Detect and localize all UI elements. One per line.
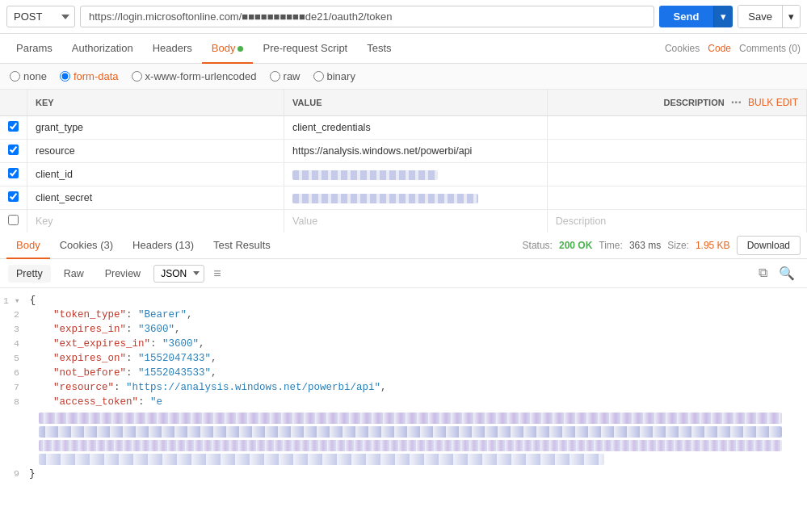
tab-body[interactable]: Body bbox=[202, 34, 254, 64]
resp-tab-preview[interactable]: Preview bbox=[97, 265, 149, 283]
bottom-tab-cookies[interactable]: Cookies (3) bbox=[50, 232, 123, 259]
row-checkbox[interactable] bbox=[0, 140, 27, 163]
search-icon[interactable]: 🔍 bbox=[775, 264, 799, 283]
bulk-edit-button[interactable]: Bulk Edit bbox=[748, 97, 798, 108]
bottom-tabs: Body Cookies (3) Headers (13) Test Resul… bbox=[0, 232, 807, 259]
body-type-form-data[interactable]: form-data bbox=[60, 70, 119, 82]
th-description: DESCRIPTION ··· Bulk Edit bbox=[547, 90, 806, 116]
body-type-urlencoded[interactable]: x-www-form-urlencoded bbox=[132, 70, 257, 82]
row-key-placeholder[interactable]: Key bbox=[27, 210, 284, 233]
size-value: 1.95 KB bbox=[696, 240, 730, 251]
url-input[interactable] bbox=[80, 6, 654, 27]
body-type-binary[interactable]: binary bbox=[313, 70, 355, 82]
row-value[interactable] bbox=[284, 163, 548, 186]
top-bar: POST GET PUT DELETE Send ▾ Save ▾ bbox=[0, 0, 807, 34]
bottom-tab-headers[interactable]: Headers (13) bbox=[123, 232, 204, 259]
time-value: 363 ms bbox=[629, 240, 661, 251]
row-key[interactable]: resource bbox=[27, 140, 284, 163]
bottom-tab-body[interactable]: Body bbox=[6, 232, 50, 259]
redacted-value bbox=[292, 170, 438, 180]
row-value[interactable]: client_credentials bbox=[284, 116, 548, 140]
table-row: resource https://analysis.windows.net/po… bbox=[0, 140, 807, 163]
send-btn-group: Send ▾ bbox=[659, 6, 733, 27]
body-type-none[interactable]: none bbox=[10, 70, 47, 82]
table-row: client_id bbox=[0, 163, 807, 186]
table-row: client_secret bbox=[0, 186, 807, 210]
code-line-7: 7 "resource": "https://analysis.windows.… bbox=[0, 382, 807, 396]
tab-params[interactable]: Params bbox=[6, 34, 62, 64]
th-key: KEY bbox=[27, 90, 284, 116]
row-key[interactable]: grant_type bbox=[27, 116, 284, 140]
row-checkbox[interactable] bbox=[0, 163, 27, 186]
body-dot-indicator bbox=[237, 46, 243, 52]
row-desc-placeholder[interactable]: Description bbox=[547, 210, 806, 233]
row-desc[interactable] bbox=[547, 116, 806, 140]
code-line-5: 5 "expires_on": "1552047433", bbox=[0, 353, 807, 367]
body-type-row: none form-data x-www-form-urlencoded raw… bbox=[0, 64, 807, 90]
redacted-token-block bbox=[39, 413, 807, 465]
row-desc[interactable] bbox=[547, 163, 806, 186]
bottom-tab-test-results[interactable]: Test Results bbox=[204, 232, 280, 259]
method-select[interactable]: POST GET PUT DELETE bbox=[6, 6, 75, 27]
status-area: Status: 200 OK Time: 363 ms Size: 1.95 K… bbox=[523, 236, 801, 255]
nav-right-links: Cookies Code Comments (0) bbox=[665, 43, 801, 54]
save-dropdown-button[interactable]: ▾ bbox=[782, 6, 800, 27]
code-line-8: 8 "access_token": "e bbox=[0, 396, 807, 411]
code-link[interactable]: Code bbox=[708, 43, 731, 54]
send-dropdown-button[interactable]: ▾ bbox=[713, 6, 733, 27]
response-toolbar: Pretty Raw Preview JSON XML HTML Text ≡ … bbox=[0, 259, 807, 288]
row-checkbox[interactable] bbox=[0, 116, 27, 140]
th-value: VALUE bbox=[284, 90, 548, 116]
code-line-9: 9 } bbox=[0, 468, 807, 483]
comments-link[interactable]: Comments (0) bbox=[739, 43, 801, 54]
code-line-3: 3 "expires_in": "3600", bbox=[0, 324, 807, 338]
code-line-1: 1 ▾ { bbox=[0, 295, 807, 309]
format-icon[interactable]: ≡ bbox=[209, 265, 225, 283]
table-row-empty: Key Value Description bbox=[0, 210, 807, 233]
code-line-6: 6 "not_before": "1552043533", bbox=[0, 367, 807, 382]
cookies-link[interactable]: Cookies bbox=[665, 43, 700, 54]
row-desc[interactable] bbox=[547, 140, 806, 163]
code-line-2: 2 "token_type": "Bearer", bbox=[0, 309, 807, 324]
row-checkbox[interactable] bbox=[0, 186, 27, 210]
row-key[interactable]: client_id bbox=[27, 163, 284, 186]
tab-headers[interactable]: Headers bbox=[143, 34, 202, 64]
resp-icons-right: ⧉ 🔍 bbox=[754, 264, 799, 283]
copy-icon[interactable]: ⧉ bbox=[754, 264, 771, 283]
save-button[interactable]: Save bbox=[738, 6, 782, 27]
params-table: KEY VALUE DESCRIPTION ··· Bulk Edit gran… bbox=[0, 90, 807, 232]
row-desc[interactable] bbox=[547, 186, 806, 210]
status-value: 200 OK bbox=[559, 240, 592, 251]
tab-pre-request-script[interactable]: Pre-request Script bbox=[253, 34, 357, 64]
row-key[interactable]: client_secret bbox=[27, 186, 284, 210]
time-label: Time: bbox=[599, 240, 623, 251]
body-type-raw[interactable]: raw bbox=[270, 70, 301, 82]
th-checkbox bbox=[0, 90, 27, 116]
code-area: 1 ▾ { 2 "token_type": "Bearer", 3 "expir… bbox=[0, 288, 807, 489]
format-select[interactable]: JSON XML HTML Text bbox=[153, 265, 204, 283]
size-label: Size: bbox=[667, 240, 689, 251]
resp-tab-pretty[interactable]: Pretty bbox=[8, 265, 51, 283]
row-checkbox[interactable] bbox=[0, 210, 27, 233]
save-btn-group: Save ▾ bbox=[738, 5, 801, 28]
row-value[interactable]: https://analysis.windows.net/powerbi/api bbox=[284, 140, 548, 163]
row-value[interactable] bbox=[284, 186, 548, 210]
resp-tab-raw[interactable]: Raw bbox=[56, 265, 92, 283]
code-line-4: 4 "ext_expires_in": "3600", bbox=[0, 338, 807, 353]
tab-authorization[interactable]: Authorization bbox=[62, 34, 143, 64]
redacted-value bbox=[292, 194, 478, 203]
tab-tests[interactable]: Tests bbox=[357, 34, 401, 64]
row-value-placeholder[interactable]: Value bbox=[284, 210, 548, 233]
nav-tabs: Params Authorization Headers Body Pre-re… bbox=[0, 34, 807, 64]
download-button[interactable]: Download bbox=[737, 236, 801, 255]
status-label: Status: bbox=[523, 240, 553, 251]
table-row: grant_type client_credentials bbox=[0, 116, 807, 140]
more-options-icon[interactable]: ··· bbox=[731, 95, 742, 110]
send-button[interactable]: Send bbox=[659, 6, 714, 27]
